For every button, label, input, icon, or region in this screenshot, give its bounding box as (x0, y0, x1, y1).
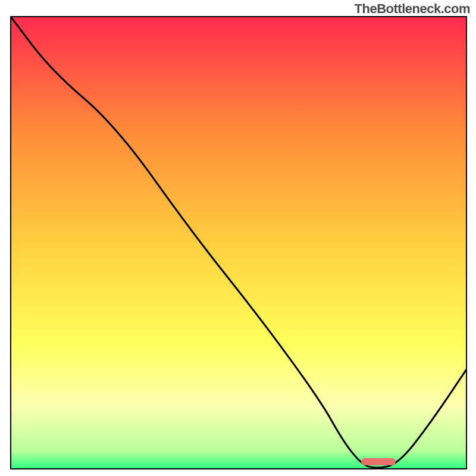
bottleneck-chart (0, 0, 476, 476)
optimal-marker (361, 458, 396, 465)
chart-container: TheBottleneck.com (0, 0, 476, 476)
plot-background (11, 17, 466, 469)
